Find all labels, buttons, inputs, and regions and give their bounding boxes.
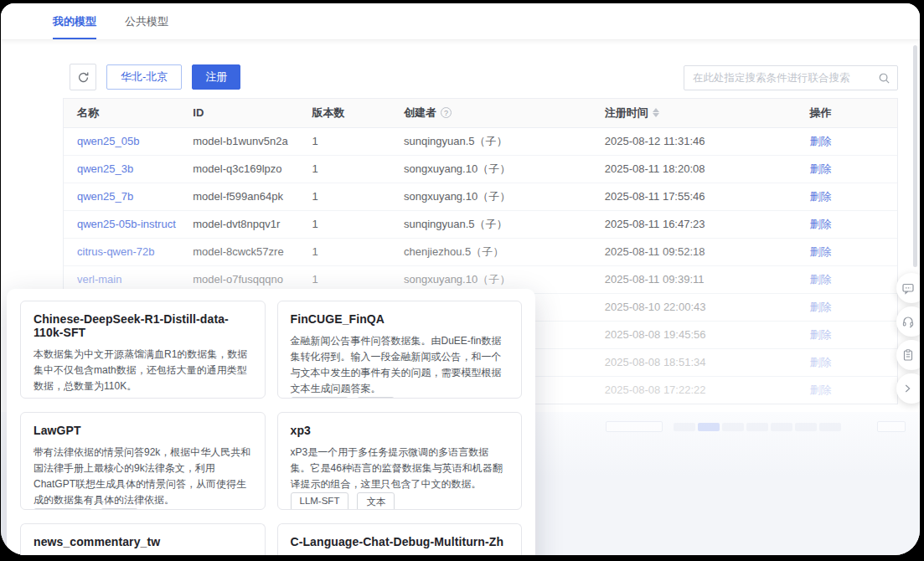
table-row: qwen25_05b model-b1wunv5n2a 1 sunqingyua… bbox=[64, 127, 897, 155]
model-creator: songxuyang.10（子） bbox=[395, 183, 596, 210]
search-input[interactable] bbox=[693, 72, 878, 84]
model-versions: 1 bbox=[304, 238, 395, 265]
support-button[interactable] bbox=[896, 306, 920, 337]
delete-link[interactable]: 删除 bbox=[810, 245, 832, 258]
page-button-active[interactable] bbox=[698, 423, 720, 431]
search-icon[interactable] bbox=[878, 72, 890, 85]
model-time: 2025-08-11 09:52:18 bbox=[596, 238, 802, 265]
model-name-link[interactable]: qwen25_05b bbox=[77, 135, 139, 147]
page-button[interactable] bbox=[819, 423, 841, 431]
toolbar: 华北-北京 注册 bbox=[70, 64, 240, 90]
refresh-icon bbox=[77, 71, 90, 84]
model-creator: sunqingyuan.5（子） bbox=[395, 210, 596, 238]
app-window: 我的模型 公共模型 华北-北京 注册 bbox=[1, 3, 920, 555]
table-row: qwen25-05b-instruct model-dvt8npqv1r 1 s… bbox=[64, 210, 897, 238]
page-button[interactable] bbox=[674, 423, 695, 431]
delete-link[interactable]: 删除 bbox=[810, 162, 832, 175]
dataset-title: Chinese-DeepSeek-R1-Distill-data-110k-SF… bbox=[34, 312, 252, 339]
dataset-description: 带有法律依据的情景问答92k，根据中华人民共和国法律手册上最核心的9k法律条文，… bbox=[34, 445, 252, 508]
page-button[interactable] bbox=[746, 423, 768, 431]
dataset-description: 本数据集为中文开源蒸馏满血R1的数据集，数据集中不仅包含math数据，还包括大量… bbox=[34, 347, 252, 394]
help-icon[interactable]: ? bbox=[441, 107, 452, 118]
dataset-card[interactable]: LawGPT 带有法律依据的情景问答92k，根据中华人民共和国法律手册上最核心的… bbox=[20, 412, 266, 510]
table-header-row: 名称 ID 版本数 创建者 ? 注册时间 操作 bbox=[64, 99, 897, 127]
message-icon bbox=[901, 281, 915, 295]
col-header-time-label: 注册时间 bbox=[605, 106, 648, 121]
dataset-tags: LLM-SFT 文本 bbox=[34, 508, 252, 510]
delete-link[interactable]: 删除 bbox=[810, 190, 832, 203]
pagination bbox=[606, 421, 906, 432]
model-name-link[interactable]: verl-main bbox=[77, 273, 121, 286]
dataset-title: FinCUGE_FinQA bbox=[291, 312, 509, 326]
model-creator: chenjiezhou.5（子） bbox=[395, 238, 596, 265]
model-versions: 1 bbox=[304, 210, 395, 238]
delete-link[interactable]: 删除 bbox=[810, 356, 832, 368]
tag: 文本 bbox=[357, 397, 395, 399]
vertical-scrollbar[interactable] bbox=[913, 45, 917, 267]
tab-my-models[interactable]: 我的模型 bbox=[53, 3, 96, 39]
headset-icon bbox=[901, 315, 915, 328]
page-jump-input[interactable] bbox=[877, 421, 906, 432]
tag: LLM-SFT bbox=[291, 492, 349, 510]
model-name-link[interactable]: qwen25_3b bbox=[77, 162, 133, 175]
model-name-link[interactable]: qwen25_7b bbox=[77, 190, 133, 203]
dataset-card[interactable]: Chinese-DeepSeek-R1-Distill-data-110k-SF… bbox=[20, 301, 266, 399]
model-name-link[interactable]: qwen25-05b-instruct bbox=[77, 218, 176, 230]
model-time: 2025-08-12 11:31:46 bbox=[596, 127, 802, 155]
delete-link[interactable]: 删除 bbox=[810, 218, 832, 230]
delete-link[interactable]: 删除 bbox=[810, 135, 832, 147]
model-id: model-b1wunv5n2a bbox=[184, 127, 303, 155]
model-id: model-q3c169lpzo bbox=[184, 155, 303, 183]
table-row: qwen25_7b model-f599an64pk 1 songxuyang.… bbox=[64, 183, 897, 210]
model-time: 2025-08-10 22:00:43 bbox=[596, 293, 802, 321]
col-header-name: 名称 bbox=[64, 99, 184, 127]
model-time: 2025-08-08 19:45:56 bbox=[596, 321, 802, 348]
screenshot-stage: 我的模型 公共模型 华北-北京 注册 bbox=[0, 0, 924, 561]
tab-public-models[interactable]: 公共模型 bbox=[125, 3, 168, 39]
delete-link[interactable]: 删除 bbox=[810, 301, 832, 313]
tag: LLM-SFT bbox=[291, 397, 349, 399]
model-creator: songxuyang.10（子） bbox=[395, 155, 596, 183]
collapse-rail-button[interactable] bbox=[896, 373, 920, 404]
model-time: 2025-08-11 18:20:08 bbox=[596, 155, 802, 183]
dataset-card[interactable]: FinCUGE_FinQA 金融新闻公告事件问答数据集。由DuEE-fin数据集… bbox=[277, 301, 523, 399]
tag: 文本 bbox=[357, 492, 395, 510]
model-time: 2025-08-11 16:47:23 bbox=[596, 210, 802, 238]
clipboard-icon bbox=[901, 348, 915, 362]
page-button[interactable] bbox=[771, 423, 792, 431]
delete-link[interactable]: 删除 bbox=[810, 273, 832, 286]
model-name-link[interactable]: citrus-qwen-72b bbox=[77, 245, 155, 258]
sort-icon[interactable] bbox=[653, 108, 659, 117]
docs-button[interactable] bbox=[896, 340, 920, 370]
col-header-time[interactable]: 注册时间 bbox=[596, 99, 802, 127]
col-header-actions: 操作 bbox=[802, 99, 897, 127]
region-button[interactable]: 华北-北京 bbox=[106, 64, 182, 90]
model-versions: 1 bbox=[304, 127, 395, 155]
col-header-creator: 创建者 ? bbox=[395, 99, 596, 127]
model-id: model-f599an64pk bbox=[184, 183, 303, 210]
feedback-button[interactable] bbox=[896, 273, 920, 303]
refresh-button[interactable] bbox=[70, 64, 96, 90]
dataset-card[interactable]: C-Language-Chat-Debug-Multiturn-Zh bbox=[277, 523, 523, 555]
model-versions: 1 bbox=[304, 155, 395, 183]
register-button[interactable]: 注册 bbox=[192, 64, 240, 90]
model-id: model-8cwck57zre bbox=[184, 238, 303, 265]
page-button[interactable] bbox=[795, 423, 817, 431]
model-time: 2025-08-08 18:51:34 bbox=[596, 348, 802, 376]
dataset-card[interactable]: news_commentary_tw bbox=[20, 523, 266, 555]
dataset-description: 金融新闻公告事件问答数据集。由DuEE-fin数据集转化得到。输入一段金融新闻或… bbox=[291, 333, 509, 397]
col-header-id: ID bbox=[184, 99, 303, 127]
col-header-versions: 版本数 bbox=[304, 99, 395, 127]
delete-link[interactable]: 删除 bbox=[810, 328, 832, 341]
page-button[interactable] bbox=[722, 423, 744, 431]
datasets-panel: Chinese-DeepSeek-R1-Distill-data-110k-SF… bbox=[7, 289, 535, 555]
dataset-card[interactable]: xp3 xP3是一个用于多任务提示微调的多语言数据集。它是46种语言的监督数据集… bbox=[277, 412, 523, 510]
model-time: 2025-08-11 17:55:46 bbox=[596, 183, 802, 210]
page-size-select[interactable] bbox=[606, 421, 663, 432]
dataset-tags: LLM-SFT 文本 bbox=[291, 397, 509, 399]
dataset-description: xP3是一个用于多任务提示微调的多语言数据集。它是46种语言的监督数据集与英语和… bbox=[291, 445, 509, 492]
col-header-creator-label: 创建者 bbox=[404, 106, 436, 121]
model-id: model-dvt8npqv1r bbox=[184, 210, 303, 238]
delete-link[interactable]: 删除 bbox=[810, 383, 832, 396]
table-row: citrus-qwen-72b model-8cwck57zre 1 chenj… bbox=[64, 238, 897, 265]
